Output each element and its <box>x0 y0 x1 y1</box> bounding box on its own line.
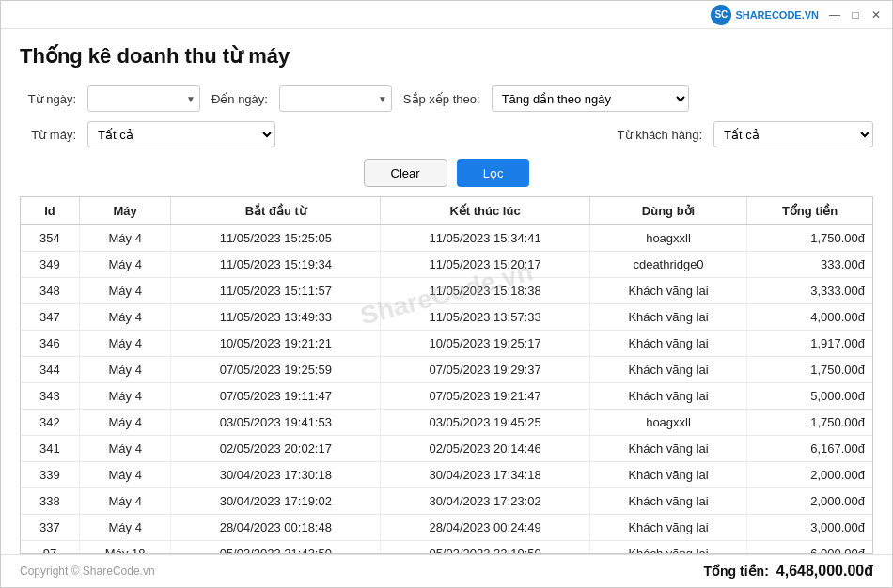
cell-dung-boi: Khách vãng lai <box>589 541 746 555</box>
logo-text: SHARECODE.VN <box>735 9 819 21</box>
cell-id: 347 <box>21 304 79 331</box>
col-header-may: Máy <box>79 197 170 225</box>
sap-xep-select[interactable]: Tăng dần theo ngày Giảm dần theo ngày Tă… <box>492 85 689 112</box>
page-title: Thống kê doanh thu từ máy <box>20 44 873 69</box>
table-row: 347 Máy 4 11/05/2023 13:49:33 11/05/2023… <box>21 304 872 331</box>
table-row: 344 Máy 4 07/05/2023 19:25:59 07/05/2023… <box>21 357 872 383</box>
cell-bat-dau: 03/05/2023 19:41:53 <box>171 410 381 436</box>
close-button[interactable]: ✕ <box>868 7 885 23</box>
tu-ngay-wrapper[interactable]: ▼ <box>87 85 200 112</box>
table-row: 339 Máy 4 30/04/2023 17:30:18 30/04/2023… <box>21 462 872 488</box>
cell-ket-thuc: 10/05/2023 19:25:17 <box>381 331 590 357</box>
cell-tong-tien: 2,000.00đ <box>747 462 872 488</box>
cell-ket-thuc: 11/05/2023 15:20:17 <box>381 252 590 278</box>
cell-may: Máy 18 <box>79 541 170 555</box>
table-row: 337 Máy 4 28/04/2023 00:18:48 28/04/2023… <box>21 515 872 541</box>
maximize-button[interactable]: □ <box>847 7 864 23</box>
cell-id: 343 <box>21 383 79 410</box>
den-ngay-label: Đến ngày: <box>212 92 268 106</box>
logo-area: SC SHARECODE.VN <box>711 5 819 25</box>
cell-may: Máy 4 <box>79 515 170 541</box>
cell-may: Máy 4 <box>79 436 170 462</box>
cell-dung-boi: Khách vãng lai <box>589 488 746 515</box>
cell-ket-thuc: 11/05/2023 15:18:38 <box>381 278 590 304</box>
cell-tong-tien: 6,000.00đ <box>747 541 872 555</box>
cell-tong-tien: 333.00đ <box>747 252 872 278</box>
total-value: 4,648,000.00đ <box>776 563 873 580</box>
cell-bat-dau: 07/05/2023 19:25:59 <box>171 357 381 383</box>
cell-bat-dau: 11/05/2023 13:49:33 <box>171 304 381 331</box>
cell-ket-thuc: 03/05/2023 19:45:25 <box>381 410 590 436</box>
cell-id: 348 <box>21 278 79 304</box>
cell-dung-boi: Khách vãng lai <box>589 278 746 304</box>
filter-section: Từ ngày: ▼ Đến ngày: ▼ Sắp xếp theo: Tăn… <box>20 85 873 147</box>
col-header-ket-thuc: Kết thúc lúc <box>381 197 590 225</box>
den-ngay-input[interactable] <box>280 88 374 110</box>
cell-ket-thuc: 30/04/2023 17:23:02 <box>381 488 590 515</box>
cell-dung-boi: Khách vãng lai <box>589 331 746 357</box>
cell-tong-tien: 1,917.00đ <box>747 331 872 357</box>
cell-may: Máy 4 <box>79 331 170 357</box>
data-table-container[interactable]: Id Máy Bắt đầu từ Kết thúc lúc Dùng bởi … <box>20 196 873 554</box>
cell-ket-thuc: 05/03/2023 22:19:50 <box>381 541 590 555</box>
cell-id: 341 <box>21 436 79 462</box>
total-label: Tổng tiền: <box>703 564 768 579</box>
cell-ket-thuc: 11/05/2023 13:57:33 <box>381 304 590 331</box>
cell-bat-dau: 11/05/2023 15:25:05 <box>171 225 381 252</box>
table-row: 97 Máy 18 05/03/2023 21:43:50 05/03/2023… <box>21 541 872 555</box>
cell-bat-dau: 07/05/2023 19:11:47 <box>171 383 381 410</box>
cell-id: 344 <box>21 357 79 383</box>
cell-ket-thuc: 30/04/2023 17:34:18 <box>381 462 590 488</box>
cell-ket-thuc: 07/05/2023 19:21:47 <box>381 383 590 410</box>
cell-tong-tien: 3,333.00đ <box>747 278 872 304</box>
cell-tong-tien: 1,750.00đ <box>747 410 872 436</box>
cell-may: Máy 4 <box>79 278 170 304</box>
cell-tong-tien: 5,000.00đ <box>747 383 872 410</box>
cell-bat-dau: 05/03/2023 21:43:50 <box>171 541 381 555</box>
tu-may-select[interactable]: Tất cả Máy 4 Máy 6 Máy 14 Máy 16 Máy 18 <box>87 121 275 147</box>
tu-khach-hang-label: Từ khách hàng: <box>608 128 702 142</box>
col-header-dung-boi: Dùng bởi <box>589 197 746 225</box>
den-ngay-arrow[interactable]: ▼ <box>374 94 391 104</box>
table-header-row: Id Máy Bắt đầu từ Kết thúc lúc Dùng bởi … <box>21 197 872 225</box>
cell-ket-thuc: 07/05/2023 19:29:37 <box>381 357 590 383</box>
cell-bat-dau: 11/05/2023 15:11:57 <box>171 278 381 304</box>
cell-bat-dau: 30/04/2023 17:30:18 <box>171 462 381 488</box>
cell-bat-dau: 11/05/2023 15:19:34 <box>171 252 381 278</box>
cell-id: 346 <box>21 331 79 357</box>
cell-may: Máy 4 <box>79 488 170 515</box>
tu-ngay-label: Từ ngày: <box>20 92 76 106</box>
tu-ngay-arrow[interactable]: ▼ <box>182 94 199 104</box>
cell-dung-boi: Khách vãng lai <box>589 357 746 383</box>
cell-may: Máy 4 <box>79 252 170 278</box>
col-header-tong-tien: Tổng tiền <box>747 197 872 225</box>
cell-dung-boi: cdeathridge0 <box>589 252 746 278</box>
cell-dung-boi: Khách vãng lai <box>589 304 746 331</box>
cell-may: Máy 4 <box>79 357 170 383</box>
clear-button[interactable]: Clear <box>364 159 447 187</box>
cell-tong-tien: 4,000.00đ <box>747 304 872 331</box>
tu-khach-hang-select[interactable]: Tất cả Khách vãng lai hoagxxll cdeathrid… <box>713 121 873 147</box>
cell-may: Máy 4 <box>79 304 170 331</box>
data-table: Id Máy Bắt đầu từ Kết thúc lúc Dùng bởi … <box>21 197 872 554</box>
minimize-button[interactable]: — <box>826 7 843 23</box>
col-header-id: Id <box>21 197 79 225</box>
cell-tong-tien: 3,000.00đ <box>747 515 872 541</box>
cell-id: 338 <box>21 488 79 515</box>
cell-id: 349 <box>21 252 79 278</box>
cell-dung-boi: Khách vãng lai <box>589 383 746 410</box>
cell-id: 354 <box>21 225 79 252</box>
cell-ket-thuc: 11/05/2023 15:34:41 <box>381 225 590 252</box>
tu-may-label: Từ máy: <box>20 128 76 142</box>
filter-row-2: Từ máy: Tất cả Máy 4 Máy 6 Máy 14 Máy 16… <box>20 121 873 147</box>
loc-button[interactable]: Lọc <box>457 159 530 187</box>
cell-tong-tien: 6,167.00đ <box>747 436 872 462</box>
den-ngay-wrapper[interactable]: ▼ <box>279 85 392 112</box>
button-row: Clear Lọc <box>20 159 873 187</box>
tu-ngay-input[interactable] <box>88 88 182 110</box>
cell-dung-boi: hoagxxll <box>589 410 746 436</box>
cell-tong-tien: 1,750.00đ <box>747 357 872 383</box>
table-row: 349 Máy 4 11/05/2023 15:19:34 11/05/2023… <box>21 252 872 278</box>
cell-id: 337 <box>21 515 79 541</box>
cell-may: Máy 4 <box>79 410 170 436</box>
